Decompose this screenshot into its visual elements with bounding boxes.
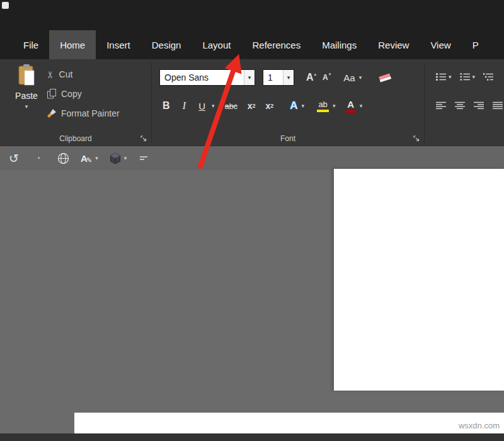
title-and-tab-bar: File Home Insert Design Layout Reference…	[0, 0, 504, 59]
tab-mailings[interactable]: Mailings	[311, 30, 367, 59]
format-painter-label: Format Painter	[61, 108, 120, 118]
globe-icon[interactable]	[57, 152, 69, 164]
dialog-launcher-icon	[140, 135, 147, 142]
chevron-down-icon: ▾	[333, 103, 336, 109]
justify-button[interactable]	[490, 97, 504, 113]
subscript-button[interactable]: x2	[244, 97, 259, 115]
app-icon	[2, 2, 9, 9]
clipboard-icon	[17, 64, 36, 86]
clipboard-small-buttons: ✂ Cut Copy Format Painter	[47, 64, 147, 123]
cut-label: Cut	[59, 69, 73, 79]
font-color-icon: A	[346, 100, 356, 113]
bullets-button[interactable]: ▾	[433, 69, 454, 85]
chevron-down-icon: ▾	[360, 103, 363, 109]
change-case-button[interactable]: Aa ▾	[340, 69, 365, 86]
tab-design[interactable]: Design	[141, 30, 192, 59]
cut-button[interactable]: ✂ Cut	[47, 64, 147, 84]
highlight-icon: ab	[317, 100, 329, 112]
format-painter-button[interactable]: Format Painter	[47, 103, 147, 123]
font-group: Open Sans ▾ 1 ▾ A ▴ A ▾ Aa ▾	[152, 59, 424, 146]
dot-icon: •	[38, 155, 40, 161]
watermark-text: wsxdn.com	[459, 421, 500, 430]
highlight-letters: ab	[318, 100, 327, 108]
font-row-1: Open Sans ▾ 1 ▾ A ▴ A ▾ Aa ▾	[159, 69, 395, 86]
word-window: File Home Insert Design Layout Reference…	[0, 0, 504, 441]
underline-label: U	[198, 101, 205, 112]
font-color-bar	[346, 110, 356, 113]
align-right-icon	[473, 101, 484, 110]
align-right-button[interactable]	[471, 97, 486, 113]
superscript-button[interactable]: x2	[262, 97, 277, 115]
shrink-font-button[interactable]: A ▾	[319, 69, 334, 86]
clipboard-dialog-launcher[interactable]	[139, 134, 147, 142]
align-left-icon	[435, 101, 447, 110]
tab-review[interactable]: Review	[367, 30, 420, 59]
format-painter-icon	[47, 108, 57, 118]
align-center-icon	[454, 101, 466, 110]
italic-label: I	[183, 100, 186, 112]
clear-formatting-button[interactable]	[375, 69, 395, 86]
change-case-label: Aa	[343, 72, 355, 83]
multilevel-list-button[interactable]	[481, 69, 496, 85]
clipboard-group-label: Clipboard	[0, 133, 151, 144]
multilevel-list-icon	[483, 72, 494, 81]
font-color-letter: A	[347, 100, 354, 109]
clipboard-group: Paste ▾ ✂ Cut Copy	[0, 59, 151, 146]
align-left-button[interactable]	[433, 97, 449, 113]
tab-layout[interactable]: Layout	[192, 30, 241, 59]
document-page[interactable]	[334, 169, 504, 391]
strikethrough-button[interactable]: abc	[222, 97, 241, 115]
copy-label: Copy	[61, 89, 82, 99]
copy-button[interactable]: Copy	[47, 84, 147, 103]
quick-toolbar: ↺ • A ✎ ▾ ▾	[0, 146, 504, 170]
dialog-launcher-icon	[413, 135, 420, 142]
numbering-button[interactable]: ▾	[457, 69, 478, 85]
font-group-label: Font	[152, 133, 424, 144]
caret-down-icon: ▾	[329, 72, 331, 77]
undo-redo-icon[interactable]: ↺	[9, 151, 19, 166]
font-name-select[interactable]: Open Sans ▾	[159, 69, 255, 86]
paste-button[interactable]: Paste ▾	[9, 64, 44, 128]
bold-label: B	[163, 100, 170, 112]
italic-button[interactable]: I	[180, 97, 190, 115]
chevron-down-icon: ▾	[95, 156, 98, 161]
underline-dropdown-button[interactable]: ▾	[209, 97, 218, 115]
paste-label: Paste	[15, 91, 38, 101]
chevron-down-icon[interactable]: ▾	[244, 70, 255, 85]
edit-text-button[interactable]: A ✎ ▾	[81, 152, 98, 164]
chevron-down-icon[interactable]: ▾	[283, 70, 294, 85]
font-color-button[interactable]: A ▾	[343, 97, 366, 115]
tab-insert[interactable]: Insert	[96, 30, 141, 59]
document-canvas: wsxdn.com	[0, 170, 504, 441]
bold-button[interactable]: B	[159, 97, 173, 115]
chevron-down-icon: ▾	[25, 104, 28, 110]
highlight-color-button[interactable]: ab ▾	[314, 97, 339, 115]
font-row-2: B I U ▾ abc x2 x2	[159, 96, 365, 116]
tab-file[interactable]: File	[13, 30, 49, 59]
tab-view[interactable]: View	[420, 30, 461, 59]
3d-shape-button[interactable]: ▾	[110, 152, 127, 164]
cube-icon	[110, 152, 121, 164]
font-size-value: 1	[263, 72, 283, 83]
tab-home[interactable]: Home	[49, 30, 96, 59]
superscript-base: x	[265, 101, 270, 111]
tab-references[interactable]: References	[241, 30, 311, 59]
grow-font-letter: A	[306, 72, 314, 83]
font-dialog-launcher[interactable]	[412, 134, 420, 142]
subscript-base: x	[248, 101, 253, 111]
chevron-down-icon: ▾	[472, 74, 476, 80]
grow-font-button[interactable]: A ▴	[303, 69, 319, 86]
paragraph-group: ▾ ▾	[425, 59, 504, 146]
chevron-down-icon: ▾	[302, 103, 305, 109]
chevron-down-icon: ▾	[449, 74, 452, 80]
underline-button[interactable]: U	[195, 97, 209, 115]
lines-icon[interactable]	[139, 155, 148, 161]
superscript-digit: 2	[270, 103, 273, 109]
strikethrough-label: abc	[225, 101, 238, 111]
align-center-button[interactable]	[452, 97, 467, 113]
font-size-select[interactable]: 1 ▾	[263, 69, 294, 86]
tab-cutoff[interactable]: P	[462, 30, 490, 59]
caret-up-icon: ▴	[314, 72, 317, 77]
eraser-icon	[378, 72, 392, 83]
text-effects-button[interactable]: A ▾	[287, 97, 307, 115]
